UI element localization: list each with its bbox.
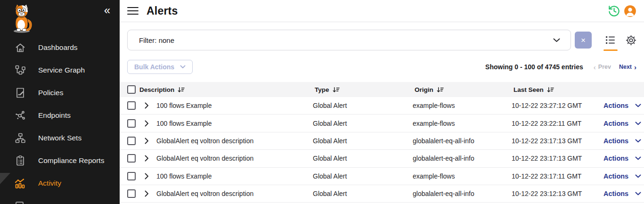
cell-origin: globalalert-eq-all-info bbox=[413, 155, 512, 162]
table-row: GlobalAlert eq voltron description Globa… bbox=[120, 185, 644, 203]
sidebar-item-dashboards[interactable]: Dashboards bbox=[0, 36, 120, 59]
row-checkbox[interactable] bbox=[127, 119, 136, 128]
actions-label: Actions bbox=[603, 155, 628, 162]
column-header-description[interactable]: Description bbox=[139, 86, 315, 93]
clear-filter-button[interactable]: × bbox=[575, 32, 592, 49]
cell-type: Global Alert bbox=[313, 172, 413, 180]
filter-toolbar: Filter: none × bbox=[127, 30, 637, 50]
actions-label: Actions bbox=[603, 120, 628, 127]
row-actions-button[interactable]: Actions bbox=[603, 190, 641, 197]
sidebar-item-label: Compliance Reports bbox=[38, 156, 104, 165]
row-checkbox[interactable] bbox=[127, 154, 136, 163]
row-actions-button[interactable]: Actions bbox=[603, 102, 641, 109]
cell-type: Global Alert bbox=[313, 120, 413, 127]
sidebar-nav: Dashboards Service Graph bbox=[0, 36, 120, 195]
bulk-actions-button[interactable]: Bulk Actions bbox=[127, 60, 193, 74]
column-header-last-seen[interactable]: Last Seen bbox=[514, 86, 644, 93]
filter-value: Filter: none bbox=[139, 36, 174, 44]
cell-origin: example-flows bbox=[413, 102, 512, 109]
column-header-type[interactable]: Type bbox=[315, 86, 415, 93]
row-actions-button[interactable]: Actions bbox=[603, 137, 641, 145]
sidebar-fold-decoration bbox=[0, 172, 11, 184]
sidebar-collapse-button[interactable]: « bbox=[104, 5, 110, 16]
sidebar-item-network-sets[interactable]: Network Sets bbox=[0, 127, 120, 149]
compliance-reports-icon bbox=[14, 155, 26, 167]
row-checkbox[interactable] bbox=[127, 137, 136, 145]
table-row: 100 flows Example Global Alert example-f… bbox=[120, 97, 644, 114]
cell-type: Global Alert bbox=[313, 102, 413, 109]
sidebar-item-compliance-reports[interactable]: Compliance Reports bbox=[0, 149, 120, 172]
table-settings-button[interactable] bbox=[625, 34, 637, 46]
sidebar-item-endpoints[interactable]: Endpoints bbox=[0, 104, 120, 127]
prev-page-button[interactable]: ‹ Prev bbox=[594, 63, 611, 71]
actions-label: Actions bbox=[603, 172, 628, 180]
row-expand-button[interactable] bbox=[139, 190, 155, 197]
table-row: GlobalAlert eq voltron description Globa… bbox=[120, 150, 644, 167]
sidebar-item-label: Network Sets bbox=[38, 134, 82, 142]
home-icon bbox=[14, 42, 26, 54]
row-actions-button[interactable]: Actions bbox=[603, 155, 641, 162]
actions-label: Actions bbox=[603, 137, 628, 145]
calico-cat-logo bbox=[8, 3, 36, 33]
sidebar-item-partial[interactable] bbox=[16, 202, 24, 204]
filter-select[interactable]: Filter: none bbox=[127, 30, 571, 50]
prev-label: Prev bbox=[598, 64, 611, 70]
column-label: Last Seen bbox=[514, 86, 544, 93]
sidebar-item-activity[interactable]: Activity bbox=[0, 172, 120, 195]
row-checkbox[interactable] bbox=[127, 101, 136, 110]
close-icon: × bbox=[581, 36, 586, 44]
row-expand-button[interactable] bbox=[139, 173, 155, 180]
cell-last-seen: 10-12-22 23:17:11 GMT bbox=[512, 172, 603, 180]
list-view-toggle[interactable] bbox=[604, 34, 616, 46]
column-label: Origin bbox=[415, 86, 433, 93]
sidebar-item-service-graph[interactable]: Service Graph bbox=[0, 59, 120, 82]
next-page-button[interactable]: Next › bbox=[619, 63, 636, 71]
chevron-down-icon bbox=[635, 139, 641, 143]
actions-label: Actions bbox=[603, 190, 628, 197]
chevron-right-icon bbox=[145, 155, 149, 162]
user-menu-button[interactable] bbox=[624, 5, 636, 17]
row-checkbox[interactable] bbox=[127, 172, 136, 180]
history-button[interactable] bbox=[608, 5, 620, 17]
table-row: GlobalAlert eq voltron description Globa… bbox=[120, 132, 644, 150]
cell-last-seen: 10-12-22 23:22:11 GMT bbox=[512, 120, 603, 127]
column-header-origin[interactable]: Origin bbox=[415, 86, 514, 93]
policies-icon bbox=[14, 87, 26, 99]
row-expand-button[interactable] bbox=[139, 138, 155, 144]
row-expand-button[interactable] bbox=[139, 155, 155, 162]
settings-gear-icon bbox=[625, 34, 637, 46]
app-window: « Dashboards Service Graph bbox=[0, 0, 644, 204]
cell-description: GlobalAlert eq voltron description bbox=[155, 137, 313, 145]
chevron-right-icon: › bbox=[634, 63, 636, 71]
history-icon bbox=[608, 5, 620, 17]
select-all-checkbox[interactable] bbox=[127, 85, 136, 94]
sidebar: « Dashboards Service Graph bbox=[0, 0, 120, 204]
user-avatar-icon bbox=[624, 5, 636, 17]
alerts-table: Description Type Origin Last Seen bbox=[120, 82, 644, 203]
chevron-right-icon bbox=[145, 190, 149, 197]
row-expand-button[interactable] bbox=[139, 102, 155, 109]
chevron-down-icon bbox=[635, 192, 641, 196]
main-content: Alerts bbox=[120, 0, 644, 204]
cell-origin: globalalert-eq-all-info bbox=[413, 190, 512, 197]
row-checkbox[interactable] bbox=[127, 189, 136, 198]
sidebar-item-label: Endpoints bbox=[38, 111, 71, 120]
cell-type: Global Alert bbox=[313, 137, 413, 145]
table-header-row: Description Type Origin Last Seen bbox=[120, 82, 644, 97]
table-toolbar: Bulk Actions Showing 0 - 100 of 4745 ent… bbox=[127, 60, 636, 74]
chevron-right-icon bbox=[145, 138, 149, 144]
row-actions-button[interactable]: Actions bbox=[603, 172, 641, 180]
chevron-right-icon bbox=[145, 120, 149, 127]
chevron-down-icon bbox=[635, 122, 641, 125]
bulk-actions-label: Bulk Actions bbox=[134, 63, 174, 71]
sidebar-item-policies[interactable]: Policies bbox=[0, 82, 120, 104]
cell-type: Global Alert bbox=[313, 155, 413, 162]
chevron-down-icon bbox=[635, 104, 641, 107]
row-actions-button[interactable]: Actions bbox=[603, 120, 641, 127]
hamburger-menu-icon[interactable] bbox=[127, 7, 139, 15]
row-expand-button[interactable] bbox=[139, 120, 155, 127]
cell-description: 100 flows Example bbox=[155, 120, 313, 127]
cell-type: Global Alert bbox=[313, 190, 413, 197]
next-label: Next bbox=[619, 64, 632, 70]
chevron-down-icon bbox=[635, 156, 641, 160]
